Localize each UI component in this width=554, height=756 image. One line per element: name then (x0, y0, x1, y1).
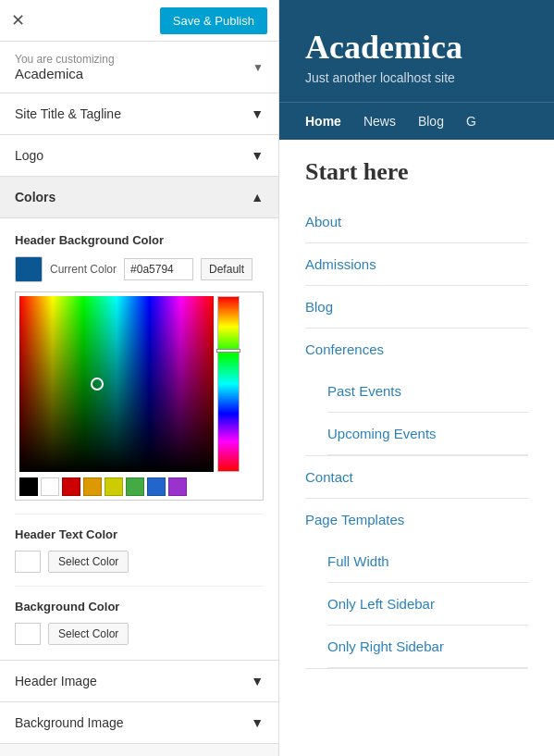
menu-item-admissions: Admissions (305, 243, 528, 286)
conferences-submenu: Past Events Upcoming Events (305, 370, 528, 455)
preset-orange[interactable] (83, 477, 102, 496)
background-color-section: Background Color Select Color (15, 586, 264, 645)
header-image-toggle[interactable]: Header Image ▼ (0, 661, 278, 701)
menu-item-contact: Contact (305, 456, 528, 499)
menu-item-blog: Blog (305, 286, 528, 328)
colors-label: Colors (15, 190, 55, 204)
customizing-label: You are customizing (15, 53, 115, 66)
current-color-label: Current Color (50, 263, 117, 276)
nav-item-blog[interactable]: Blog (418, 103, 444, 140)
menu-link-upcoming-events[interactable]: Upcoming Events (327, 413, 528, 454)
colors-content: Header Background Color Current Color De… (0, 218, 278, 660)
customizing-chevron-icon: ▼ (252, 61, 264, 74)
background-image-section: Background Image ▼ (0, 702, 278, 744)
background-select-color-button[interactable]: Select Color (48, 623, 129, 645)
menu-link-admissions[interactable]: Admissions (305, 243, 528, 285)
menu-item-upcoming-events: Upcoming Events (327, 413, 528, 455)
color-picker-main (19, 296, 259, 472)
site-nav: Home News Blog G (279, 102, 554, 140)
nav-item-home[interactable]: Home (305, 103, 341, 140)
nav-item-news[interactable]: News (363, 103, 396, 140)
nav-item-g[interactable]: G (466, 103, 476, 140)
menu-link-page-templates[interactable]: Page Templates (305, 499, 528, 540)
site-title-tagline-section: Site Title & Tagline ▼ (0, 93, 278, 135)
page-templates-submenu: Full Width Only Left Sidebar Only Right … (305, 540, 528, 668)
header-text-color-row: Select Color (15, 551, 264, 573)
preset-purple[interactable] (168, 477, 187, 496)
header-text-color-title: Header Text Color (15, 527, 264, 541)
background-image-label: Background Image (15, 715, 124, 730)
customizer-panel: ✕ Save & Publish You are customizing Aca… (0, 0, 279, 756)
preset-blue[interactable] (147, 477, 166, 496)
colors-toggle[interactable]: Colors ▲ (0, 177, 278, 218)
header-image-chevron-icon: ▼ (251, 674, 264, 688)
hue-slider-wrapper (217, 296, 240, 472)
header-image-label: Header Image (15, 674, 97, 688)
preset-white[interactable] (41, 477, 59, 496)
menu-link-blog[interactable]: Blog (305, 286, 528, 328)
menu-link-only-left-sidebar[interactable]: Only Left Sidebar (327, 583, 528, 625)
close-button[interactable]: ✕ (11, 10, 25, 31)
menu-item-full-width: Full Width (327, 540, 528, 583)
menu-link-only-right-sidebar[interactable]: Only Right Sidebar (327, 626, 528, 667)
hue-slider-handle (216, 349, 240, 353)
background-image-chevron-icon: ▼ (251, 715, 264, 730)
top-bar: ✕ Save & Publish (0, 0, 278, 42)
color-picker (15, 291, 264, 501)
menu-item-conferences: Conferences Past Events Upcoming Events (305, 328, 528, 456)
menu-link-conferences[interactable]: Conferences (305, 328, 528, 370)
menu-link-past-events[interactable]: Past Events (327, 370, 528, 412)
header-text-color-section: Header Text Color Select Color (15, 514, 264, 573)
current-color-swatch (15, 256, 43, 282)
menu-link-full-width[interactable]: Full Width (327, 540, 528, 582)
header-text-select-color-button[interactable]: Select Color (48, 551, 129, 573)
site-name-label: Academica (15, 66, 115, 81)
background-color-row: Select Color (15, 623, 264, 645)
logo-label: Logo (15, 148, 43, 163)
site-content: Start here About Admissions Blog Confere… (279, 140, 554, 688)
menu-list: About Admissions Blog Conferences Past E… (305, 201, 528, 669)
preset-black[interactable] (19, 477, 38, 496)
menu-item-only-left-sidebar: Only Left Sidebar (327, 583, 528, 626)
logo-chevron-icon: ▼ (251, 148, 264, 163)
site-title-tagline-label: Site Title & Tagline (15, 106, 121, 121)
colors-section: Colors ▲ Header Background Color Current… (0, 177, 278, 661)
background-color-title: Background Color (15, 600, 264, 613)
color-presets (19, 477, 259, 496)
default-button[interactable]: Default (201, 258, 252, 280)
site-preview-title: Academica (305, 28, 528, 67)
logo-toggle[interactable]: Logo ▼ (0, 135, 278, 176)
header-text-color-swatch (15, 551, 41, 573)
site-preview-tagline: Just another localhost site (305, 70, 528, 85)
header-bg-color-title: Header Background Color (15, 233, 264, 247)
logo-section: Logo ▼ (0, 135, 278, 177)
menu-link-about[interactable]: About (305, 201, 528, 242)
preset-red[interactable] (62, 477, 80, 496)
background-image-toggle[interactable]: Background Image ▼ (0, 702, 278, 743)
background-color-swatch (15, 623, 41, 645)
menu-item-past-events: Past Events (327, 370, 528, 413)
menu-item-about: About (305, 201, 528, 243)
hex-color-input[interactable] (124, 258, 193, 280)
menu-item-only-right-sidebar: Only Right Sidebar (327, 626, 528, 668)
black-overlay (19, 296, 214, 472)
colors-chevron-icon: ▲ (251, 190, 264, 204)
save-publish-button[interactable]: Save & Publish (160, 7, 267, 34)
current-color-row: Current Color Default (15, 256, 264, 282)
customizing-section: You are customizing Academica ▼ (0, 42, 278, 93)
menu-link-contact[interactable]: Contact (305, 456, 528, 498)
page-title: Start here (305, 158, 528, 186)
menu-item-page-templates: Page Templates Full Width Only Left Side… (305, 499, 528, 669)
site-title-chevron-icon: ▼ (251, 106, 264, 121)
color-gradient-area[interactable] (19, 296, 214, 472)
site-preview: Academica Just another localhost site Ho… (279, 0, 554, 756)
header-image-section: Header Image ▼ (0, 661, 278, 702)
hue-slider[interactable] (217, 296, 240, 472)
preset-yellow[interactable] (105, 477, 123, 496)
preset-green[interactable] (126, 477, 144, 496)
site-header: Academica Just another localhost site (279, 0, 554, 102)
site-title-tagline-toggle[interactable]: Site Title & Tagline ▼ (0, 93, 278, 134)
